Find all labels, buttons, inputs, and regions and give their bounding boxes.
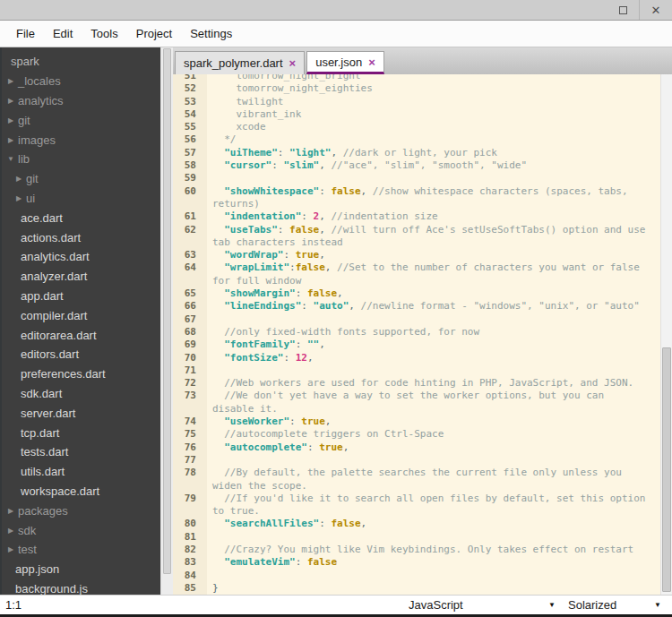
language-select[interactable]: JavaScript ▼ (401, 596, 561, 614)
tree-item-label: app.dart (21, 289, 64, 303)
tree-item-analyzer.dart[interactable]: analyzer.dart (2, 267, 160, 287)
chevron-collapsed-icon[interactable]: ▶ (14, 175, 23, 183)
tree-item-label: editors.dart (21, 347, 79, 361)
chevron-collapsed-icon[interactable]: ▶ (14, 194, 23, 202)
tree-item-lib[interactable]: ▼lib (2, 150, 160, 169)
menu-settings[interactable]: Settings (183, 23, 239, 44)
code-viewport[interactable]: 51 tomorrow_night_bright52 tomorrow_nigh… (173, 74, 660, 595)
code-line: 69 "fontFamily": "", (173, 338, 660, 351)
editor-scrollbar[interactable] (660, 74, 672, 595)
line-number: 83 (173, 556, 207, 569)
sidebar-scrollbar[interactable] (160, 47, 173, 595)
tree-item-workspace.dart[interactable]: workspace.dart (2, 482, 160, 501)
tree-item-label: git (18, 114, 30, 127)
chevron-collapsed-icon[interactable]: ▶ (6, 116, 15, 124)
code-line: 84 (173, 570, 660, 582)
tree-item-tcp.dart[interactable]: tcp.dart (2, 423, 160, 442)
menu-file[interactable]: File (9, 23, 42, 44)
close-button[interactable]: ✕ (640, 0, 672, 20)
line-content (207, 364, 660, 377)
tree-item-test[interactable]: ▶test (2, 540, 160, 560)
tree-item-label: workspace.dart (21, 484, 99, 498)
line-content: "showWhitespace": false, //show whitespa… (207, 185, 660, 198)
chevron-collapsed-icon[interactable]: ▶ (6, 136, 15, 144)
code-line: 66 "lineEndings": "auto", //newline form… (173, 300, 660, 313)
chevron-collapsed-icon[interactable]: ▶ (6, 527, 15, 535)
tree-item-git[interactable]: ▶git (2, 110, 160, 130)
tree-item-server.dart[interactable]: server.dart (2, 403, 160, 423)
tree-item-app.dart[interactable]: app.dart (2, 287, 160, 306)
sidebar-scrollbar-thumb[interactable] (163, 48, 171, 574)
chevron-collapsed-icon[interactable]: ▶ (6, 545, 15, 553)
chevron-collapsed-icon[interactable]: ▶ (6, 507, 15, 515)
tree-item-editorarea.dart[interactable]: editorarea.dart (2, 325, 160, 345)
code-line: disable it. (173, 403, 660, 416)
tab-close-icon[interactable]: × (289, 56, 297, 70)
code-line: widen the scope. (173, 480, 660, 493)
line-content: disable it. (207, 403, 660, 416)
code-line: 80 "searchAllFiles": false, (173, 518, 660, 530)
tree-item-analytics.dart[interactable]: analytics.dart (2, 247, 160, 267)
tree-item-preferences.dart[interactable]: preferences.dart (2, 364, 160, 384)
line-content: //Crazy? You might like Vim keybindings.… (207, 544, 660, 556)
tree-item-tests.dart[interactable]: tests.dart (2, 442, 160, 462)
chevron-collapsed-icon[interactable]: ▶ (6, 77, 15, 85)
line-content (207, 570, 660, 582)
line-number (173, 505, 207, 518)
code-line: 82 //Crazy? You might like Vim keybindin… (173, 544, 660, 556)
line-content: "emulateVim": false (207, 556, 660, 569)
tree-item-actions.dart[interactable]: actions.dart (2, 227, 160, 247)
tree-item-background.js[interactable]: background.js (2, 579, 160, 595)
tree-item-sdk[interactable]: ▶sdk (2, 520, 160, 540)
code-line: 68 //only fixed-width fonts supported, f… (173, 326, 660, 338)
tree-item-app.json[interactable]: app.json (2, 560, 160, 579)
chevron-collapsed-icon[interactable]: ▶ (6, 97, 15, 105)
tab-user.json[interactable]: user.json× (306, 51, 384, 74)
code-line: 73 //We don't yet have a way to set the … (173, 390, 660, 402)
line-content: "indentation": 2, //indentation size (207, 210, 660, 223)
title-bar: ✕ (0, 0, 672, 21)
menu-bar: FileEditToolsProjectSettings (0, 21, 672, 47)
language-select-value: JavaScript (409, 598, 463, 612)
code-line: 56 */ (173, 133, 660, 146)
menu-project[interactable]: Project (129, 23, 179, 44)
tree-item-ace.dart[interactable]: ace.dart (2, 208, 160, 227)
line-content: "lineEndings": "auto", //newline format … (207, 300, 660, 313)
editor-scrollbar-thumb[interactable] (662, 347, 671, 592)
maximize-button[interactable] (607, 0, 639, 20)
tree-item-sdk.dart[interactable]: sdk.dart (2, 384, 160, 404)
tree-item-images[interactable]: ▶images (2, 130, 160, 150)
line-content (207, 172, 660, 184)
line-content: "showMargin": false, (207, 287, 660, 300)
code-lines: 51 tomorrow_night_bright52 tomorrow_nigh… (173, 74, 660, 595)
tree-item-_locales[interactable]: ▶_locales (2, 72, 160, 91)
tab-label: spark_polymer.dart (184, 56, 283, 70)
tree-item-label: app.json (15, 562, 59, 576)
menu-tools[interactable]: Tools (83, 23, 125, 44)
theme-select[interactable]: Solarized ▼ (561, 596, 667, 614)
code-line: 65 "showMargin": false, (173, 287, 660, 300)
tree-item-git[interactable]: ▶git (2, 169, 160, 189)
tree-item-editors.dart[interactable]: editors.dart (2, 345, 160, 364)
tree-item-label: analytics.dart (21, 250, 90, 263)
tab-spark_polymer.dart[interactable]: spark_polymer.dart× (175, 51, 305, 74)
tree-item-compiler.dart[interactable]: compiler.dart (2, 305, 160, 325)
tree-item-packages[interactable]: ▶packages (2, 501, 160, 520)
line-content: //By default, the palette searches the c… (207, 467, 660, 479)
tree-item-label: analytics (18, 94, 64, 107)
tree-item-utils.dart[interactable]: utils.dart (2, 462, 160, 482)
menu-edit[interactable]: Edit (46, 23, 80, 44)
line-content: "useTabs": false, //will turn off Ace's … (207, 224, 660, 236)
tree-item-label: ace.dart (21, 211, 63, 225)
tree-item-spark[interactable]: spark (2, 52, 160, 72)
line-number: 70 (173, 352, 207, 364)
line-content: "cursor": "slim", //"ace", "slim", "smoo… (207, 159, 660, 172)
code-line: 74 "useWorker": true, (173, 416, 660, 428)
chevron-expanded-icon[interactable]: ▼ (6, 155, 15, 163)
code-editor[interactable]: 51 tomorrow_night_bright52 tomorrow_nigh… (173, 74, 672, 595)
tree-item-ui[interactable]: ▶ui (2, 189, 160, 209)
line-content: "searchAllFiles": false, (207, 518, 660, 530)
tree-item-analytics[interactable]: ▶analytics (2, 91, 160, 111)
tree-item-label: utils.dart (21, 465, 65, 478)
tab-close-icon[interactable]: × (368, 56, 375, 69)
